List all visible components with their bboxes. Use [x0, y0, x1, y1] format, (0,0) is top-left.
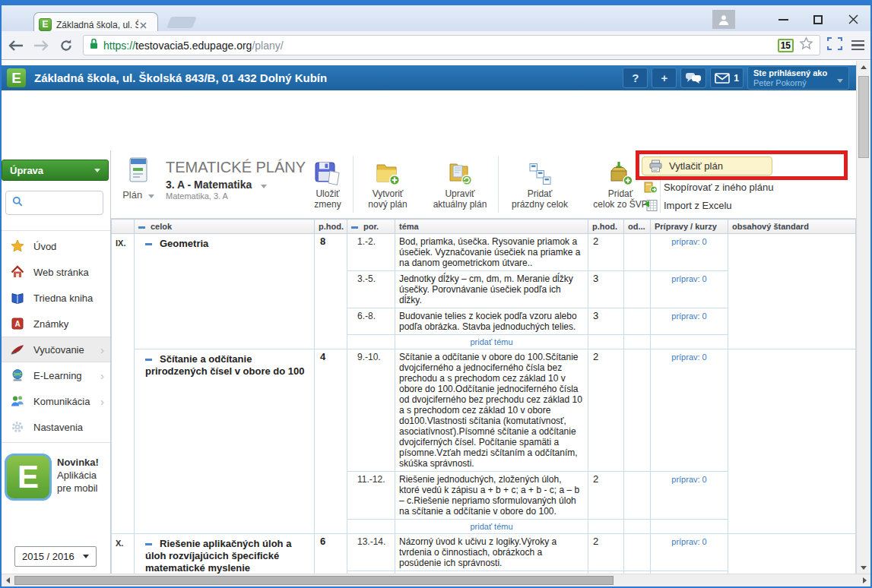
edupage-logo-icon[interactable]: E [7, 68, 26, 87]
user-menu[interactable]: Ste prihlásený ako Peter Pokorný [747, 66, 849, 90]
forward-icon[interactable] [33, 40, 49, 52]
content-standard-cell[interactable] [728, 234, 856, 349]
topic-hours-cell: 3 [588, 271, 624, 308]
header-phod2: p.hod. [588, 220, 624, 234]
content-standard-cell[interactable] [728, 349, 856, 534]
topic-cell[interactable]: Sčítanie a odčítanie v obore do 100.Sčít… [395, 349, 588, 472]
help-button[interactable]: ? [623, 68, 648, 88]
plan-selector[interactable]: 3. A - Matematika [166, 179, 303, 191]
import-excel-menu-item[interactable]: Import z Excelu [643, 199, 732, 212]
url-bar[interactable]: https://testovacia5.edupage.org/plany/ 1… [83, 35, 820, 55]
close-button[interactable] [842, 10, 864, 29]
edit-plan-button[interactable]: Upraviťaktuálny plán [422, 150, 498, 218]
unit-name-cell[interactable]: Riešenie aplikačných úloh a úloh rozvíja… [135, 534, 315, 575]
topic-cell[interactable]: Bod, priamka, úsečka. Rysovanie priamok … [395, 234, 588, 271]
sidebar-item-komunikacia[interactable]: Komunikácia› [0, 388, 110, 414]
plan-dropdown-button[interactable]: Plán [111, 150, 166, 218]
create-plan-button[interactable]: Vytvoriťnový plán [354, 150, 422, 218]
tab-close-icon[interactable] [140, 18, 147, 32]
topic-cell[interactable]: Riešenie jednoduchých, zložených úloh, k… [395, 472, 588, 520]
topic-cell[interactable]: Jednotky dĺžky – cm, dm, m. Meranie dĺžk… [395, 271, 588, 308]
sidebar-item-elearning[interactable]: E-Learning› [0, 362, 110, 388]
chevron-down-icon [94, 169, 100, 172]
home-icon [10, 265, 25, 279]
profile-icon[interactable] [712, 10, 735, 29]
vertical-scrollbar[interactable] [856, 61, 870, 574]
copy-plan-menu-item[interactable]: Skopírovať z iného plánu [643, 181, 773, 194]
scroll-right-icon[interactable] [858, 574, 870, 586]
preparations-link[interactable]: príprav: 0 [671, 537, 706, 546]
collapse-icon[interactable] [145, 543, 152, 545]
preparations-cell: príprav: 0 [651, 472, 728, 520]
add-topic-link[interactable]: pridať tému [470, 337, 512, 346]
save-button[interactable]: Uložiťzmeny [303, 150, 353, 218]
vertical-scroll-thumb[interactable] [858, 76, 869, 158]
add-empty-unit-button[interactable]: Pridaťprázdny celok [499, 150, 581, 218]
unit-hours-cell: 6 [315, 534, 347, 575]
tab-title: Základná škola, ul. Školská [56, 20, 138, 30]
sidebar-item-vyucovanie[interactable]: Vyučovanie› [0, 337, 110, 362]
browser-menu-icon[interactable] [851, 40, 864, 51]
preparations-link[interactable]: príprav: 0 [671, 352, 706, 362]
browser-titlebar: E Základná škola, ul. Školská [0, 0, 872, 31]
unit-name-cell[interactable]: Sčítanie a odčítanie prirodzených čísel … [135, 349, 315, 534]
topic-cell[interactable]: Budovanie telies z kociek podľa vzoru al… [395, 308, 588, 335]
preparations-link[interactable]: príprav: 0 [671, 475, 706, 484]
preparations-cell: príprav: 0 [651, 308, 728, 335]
fullscreen-capture-icon[interactable] [827, 37, 842, 53]
unit-name-cell[interactable]: Geometria [135, 234, 315, 349]
sidebar-item-triedna-kniha[interactable]: Triedna kniha [0, 285, 110, 311]
plan-name: 3. A - Matematika [166, 179, 252, 191]
collapse-icon[interactable] [145, 243, 152, 245]
sidebar-item-label: E-Learning [33, 370, 82, 381]
star-icon [10, 239, 25, 253]
sidebar-item-znamky[interactable]: AZnámky [0, 311, 110, 337]
extension-badge[interactable]: 15 [778, 39, 794, 52]
topic-cell[interactable]: Názorný úvod k učivu z logiky.Výroky a t… [395, 534, 588, 571]
sidebar-item-uvod[interactable]: Úvod [0, 233, 110, 259]
search-input[interactable] [27, 198, 96, 208]
sidebar-item-label: Známky [33, 318, 68, 330]
plan-subtitle: Matematika, 3. A [166, 191, 303, 201]
sidebar-search[interactable] [5, 191, 103, 215]
preparations-link[interactable]: príprav: 0 [671, 311, 706, 321]
collapse-icon[interactable] [138, 226, 145, 229]
refresh-icon[interactable] [59, 39, 73, 52]
collapse-icon[interactable] [145, 359, 152, 361]
horizontal-scroll-thumb[interactable] [14, 576, 614, 585]
svg-text:A: A [14, 320, 20, 328]
scroll-up-icon[interactable] [857, 61, 870, 73]
main-area: Plán TEMATICKÉ PLÁNY 3. A - Matematika M… [111, 150, 856, 574]
scroll-down-icon[interactable] [857, 561, 870, 574]
preparations-link[interactable]: príprav: 0 [671, 237, 706, 246]
preparations-link[interactable]: príprav: 0 [671, 274, 706, 283]
maximize-button[interactable] [807, 10, 829, 29]
minimize-button[interactable] [772, 10, 794, 29]
chat-button[interactable] [680, 68, 706, 88]
content-standard-cell[interactable] [728, 534, 856, 575]
order-cell: 3.-5. [347, 271, 395, 308]
url-path: /plany/ [252, 40, 283, 52]
scroll-left-icon[interactable] [2, 574, 14, 586]
horizontal-scrollbar[interactable] [2, 574, 870, 586]
edit-mode-button[interactable]: Úprava [2, 160, 109, 181]
header-month [112, 220, 135, 234]
mobile-app-banner[interactable]: E Novinka! Aplikácia pre mobil [5, 454, 107, 501]
bookmark-star-icon[interactable] [799, 36, 813, 54]
add-button[interactable]: + [652, 68, 677, 88]
month-cell: IX. [112, 234, 135, 534]
add-topic-link[interactable]: pridať tému [470, 522, 512, 531]
new-tab-button[interactable] [166, 17, 197, 28]
table-row: Sčítanie a odčítanie prirodzených čísel … [112, 349, 856, 472]
messages-button[interactable]: 1 [710, 68, 744, 88]
elearning-icon [10, 368, 25, 382]
back-icon[interactable] [8, 40, 24, 52]
school-year-select[interactable]: 2015 / 2016 [14, 546, 97, 567]
chevron-right-icon: › [100, 395, 104, 408]
sidebar: Úprava ÚvodWeb stránkaTriedna knihaAZnám… [0, 150, 111, 574]
sidebar-item-web-stranka[interactable]: Web stránka [0, 259, 110, 285]
topic-hours-cell: 3 [588, 308, 624, 335]
sidebar-item-nastavenia[interactable]: Nastavenia [0, 414, 110, 440]
collapse-icon[interactable] [351, 226, 358, 229]
plan-actions-menu: Vytlačiť plánSkopírovať z iného plánuImp… [636, 151, 856, 219]
